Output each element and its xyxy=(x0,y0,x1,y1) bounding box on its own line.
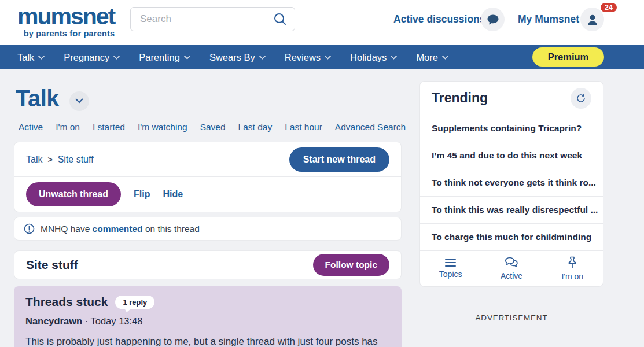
pushpin-icon xyxy=(567,256,577,269)
trending-item[interactable]: I’m 45 and due to do this next week xyxy=(420,142,603,169)
footer-tab-label: I'm on xyxy=(561,272,583,281)
mnhq-notice: MNHQ have commented on this thread xyxy=(14,217,402,241)
meta-separator: · xyxy=(85,316,89,326)
speech-bubble-icon xyxy=(486,13,500,27)
primary-nav: Talk Pregnancy Parenting Swears By Revie… xyxy=(0,45,644,69)
footer-tab-label: Active xyxy=(501,271,522,280)
notice-text: MNHQ have commented on this thread xyxy=(41,224,200,234)
site-header: mumsnet by parents for parents Active di… xyxy=(0,0,644,45)
nav-label: More xyxy=(416,52,438,63)
nav-item-talk[interactable]: Talk xyxy=(17,52,45,63)
chevron-down-icon xyxy=(391,56,397,60)
unwatch-thread-button[interactable]: Unwatch thread xyxy=(26,182,121,206)
tab-active[interactable]: Active xyxy=(19,122,43,132)
nav-label: Holidays xyxy=(350,52,387,63)
breadcrumb-site-stuff[interactable]: Site stuff xyxy=(58,154,94,165)
chat-bubbles-icon xyxy=(505,257,518,268)
breadcrumb: Talk > Site stuff xyxy=(26,154,94,165)
footer-tab-label: Topics xyxy=(439,270,462,279)
follow-topic-button[interactable]: Follow topic xyxy=(313,254,389,276)
nav-label: Pregnancy xyxy=(64,52,109,63)
post-timestamp: Today 13:48 xyxy=(91,316,143,326)
logo-wordmark: mumsnet xyxy=(17,4,115,29)
talk-dropdown-button[interactable] xyxy=(69,91,89,111)
chevron-down-icon xyxy=(113,56,120,60)
advertisement-label: ADVERTISEMENT xyxy=(419,313,603,322)
my-mumsnet-link[interactable]: My Mumsnet xyxy=(518,13,579,25)
start-new-thread-button[interactable]: Start new thread xyxy=(289,147,389,172)
search-box xyxy=(130,7,295,31)
tab-im-watching[interactable]: I'm watching xyxy=(138,122,187,132)
main-content: Talk Active I'm on I started I'm watchin… xyxy=(14,69,402,347)
nav-item-more[interactable]: More xyxy=(416,52,448,63)
chevron-down-icon xyxy=(75,98,83,104)
trending-footer-tabs: Topics Active I'm on xyxy=(420,250,603,286)
topics-list-icon xyxy=(445,259,456,267)
chevron-down-icon xyxy=(259,56,266,60)
thread-controls-card: Talk > Site stuff Start new thread Unwat… xyxy=(14,142,402,212)
talk-filter-tabs: Active I'm on I started I'm watching Sav… xyxy=(14,122,402,132)
chevron-down-icon xyxy=(442,56,448,60)
flip-link[interactable]: Flip xyxy=(134,189,150,200)
chevron-down-icon xyxy=(325,56,331,60)
tab-im-on[interactable]: I'm on xyxy=(56,122,80,132)
topic-title: Site stuff xyxy=(26,258,78,272)
notice-prefix: MNHQ have xyxy=(41,224,90,234)
nav-item-parenting[interactable]: Parenting xyxy=(139,52,190,63)
topic-header-card: Site stuff Follow topic xyxy=(14,250,402,279)
trending-item[interactable]: To think this was really disrespectful .… xyxy=(420,196,603,223)
refresh-icon xyxy=(576,93,586,104)
nav-item-pregnancy[interactable]: Pregnancy xyxy=(64,52,120,63)
tab-advanced-search[interactable]: Advanced Search xyxy=(335,122,406,132)
footer-tab-im-on[interactable]: I'm on xyxy=(542,251,603,286)
logo-tagline: by parents for parents xyxy=(17,29,115,38)
trending-panel: Trending Supplements containing Tricapri… xyxy=(419,81,603,287)
nav-item-reviews[interactable]: Reviews xyxy=(285,52,331,63)
nav-item-holidays[interactable]: Holidays xyxy=(350,52,397,63)
nav-item-swears-by[interactable]: Swears By xyxy=(209,52,266,63)
active-discussions-link[interactable]: Active discussions xyxy=(393,13,485,25)
reply-count-badge: 1 reply xyxy=(115,296,154,309)
footer-tab-topics[interactable]: Topics xyxy=(420,251,481,286)
tab-last-hour[interactable]: Last hour xyxy=(285,122,322,132)
hide-link[interactable]: Hide xyxy=(163,189,183,200)
search-icon[interactable] xyxy=(273,12,288,27)
nav-label: Talk xyxy=(17,52,34,63)
post-body: This is probably just happening to me, b… xyxy=(25,335,390,347)
nav-label: Parenting xyxy=(139,52,180,63)
trending-item[interactable]: To charge this much for childminding xyxy=(420,223,603,250)
tab-saved[interactable]: Saved xyxy=(200,122,226,132)
chevron-down-icon xyxy=(184,56,190,60)
post-author[interactable]: Nancydrawn xyxy=(25,316,82,326)
commented-link[interactable]: commented xyxy=(93,224,143,234)
person-icon xyxy=(586,13,599,27)
notice-suffix: on this thread xyxy=(145,224,200,234)
refresh-trending-button[interactable] xyxy=(571,88,591,109)
trending-item[interactable]: To think not everyone gets it think ro..… xyxy=(420,169,603,196)
tab-last-day[interactable]: Last day xyxy=(238,122,273,132)
notification-badge[interactable]: 24 xyxy=(599,2,618,13)
info-icon xyxy=(24,223,35,234)
trending-item[interactable]: Supplements containing Tricaprin? xyxy=(420,115,603,142)
breadcrumb-talk[interactable]: Talk xyxy=(26,154,42,165)
page-title: Talk xyxy=(16,86,59,112)
tab-i-started[interactable]: I started xyxy=(93,122,125,132)
mumsnet-logo[interactable]: mumsnet by parents for parents xyxy=(17,4,115,38)
thread-post[interactable]: Threads stuck 1 reply Nancydrawn · Today… xyxy=(14,286,402,347)
nav-label: Swears By xyxy=(209,52,255,63)
chevron-down-icon xyxy=(38,56,45,60)
premium-button[interactable]: Premium xyxy=(532,47,604,67)
thread-title: Threads stuck xyxy=(25,295,108,309)
footer-tab-active[interactable]: Active xyxy=(481,251,542,286)
post-meta: Nancydrawn · Today 13:48 xyxy=(25,316,390,327)
trending-title: Trending xyxy=(432,90,488,106)
active-discussions-button[interactable] xyxy=(481,8,505,31)
search-input[interactable] xyxy=(131,13,273,25)
nav-label: Reviews xyxy=(285,52,321,63)
breadcrumb-separator: > xyxy=(47,155,52,164)
